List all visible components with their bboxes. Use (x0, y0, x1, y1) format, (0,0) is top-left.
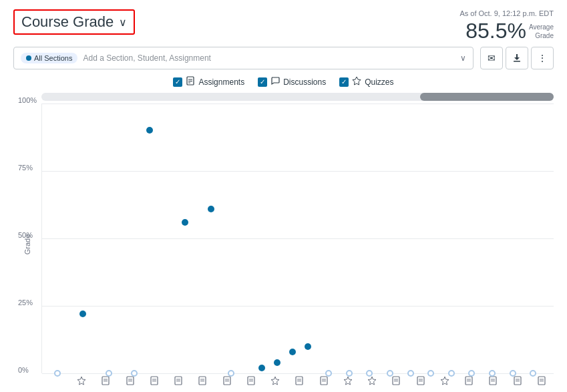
filter-chevron-icon: ∨ (460, 53, 466, 63)
bottom-icon-16 (457, 376, 481, 385)
chart-plot: 100% 75% 50% 25% 0% (41, 104, 554, 373)
bottom-icon-10 (312, 376, 336, 385)
bottom-icon-2 (118, 376, 142, 385)
hollow-point-15 (530, 370, 536, 377)
hollow-point-13 (489, 370, 496, 377)
hollow-point-9 (407, 370, 414, 377)
bottom-icon-1 (93, 376, 118, 385)
legend-item-assignments: ✓ Assignments (173, 76, 244, 87)
y-label-25: 25% (18, 299, 33, 307)
hollow-point-14 (510, 370, 516, 377)
y-axis-label-container: Grade (13, 104, 41, 385)
average-grade-label: AverageGrade (529, 23, 554, 40)
data-point-3 (182, 219, 188, 226)
bottom-icon-4 (166, 376, 190, 385)
all-sections-label: All Sections (34, 54, 72, 62)
hollow-point-2 (106, 370, 112, 377)
title-area[interactable]: Course Grade ∨ (13, 9, 135, 35)
filter-row: All Sections Add a Section, Student, Ass… (13, 47, 554, 69)
bottom-icon-15 (433, 376, 457, 385)
bottom-icon-6 (215, 376, 239, 385)
chart-inner: 100% 75% 50% 25% 0% (41, 104, 554, 385)
gridline-100: 100% (42, 104, 554, 104)
hollow-point-11 (448, 370, 455, 377)
gridline-75: 75% (42, 171, 554, 172)
average-grade-value: 85.5% (465, 20, 526, 41)
scrollbar-area (13, 93, 554, 101)
svg-rect-0 (514, 61, 520, 62)
data-point-6 (274, 359, 280, 366)
assignments-checkbox[interactable]: ✓ (173, 77, 182, 87)
bottom-icon-9 (287, 376, 311, 385)
header-right: As of Oct. 9, 12:12 p.m. EDT 85.5% Avera… (459, 9, 554, 41)
grade-display: 85.5% AverageGrade (459, 20, 554, 41)
badge-dot (26, 55, 31, 61)
bottom-icon-17 (481, 376, 505, 385)
filter-placeholder: Add a Section, Student, Assignment (83, 53, 460, 63)
y-label-75: 75% (18, 164, 33, 172)
filter-actions: ✉ ⋮ (480, 47, 554, 69)
data-point-8 (305, 343, 311, 350)
bottom-icons-row (41, 373, 554, 385)
legend-row: ✓ Assignments ✓ Discussions ✓ (13, 76, 554, 87)
page-container: Course Grade ∨ As of Oct. 9, 12:12 p.m. … (0, 0, 567, 392)
y-label-100: 100% (18, 96, 37, 104)
legend-item-quizzes: ✓ Quizzes (339, 76, 393, 87)
bottom-icon-13 (384, 376, 408, 385)
bottom-icon-0 (69, 376, 93, 385)
bottom-icon-7 (239, 376, 263, 385)
quizzes-icon (352, 76, 361, 87)
all-sections-badge: All Sections (21, 53, 77, 63)
discussions-label: Discussions (283, 77, 326, 87)
more-options-button[interactable]: ⋮ (531, 47, 554, 69)
data-point-7 (289, 349, 296, 355)
data-point-4 (208, 206, 214, 212)
gridline-25: 25% (42, 306, 554, 307)
as-of-text: As of Oct. 9, 12:12 p.m. EDT (459, 9, 554, 17)
quizzes-label: Quizzes (365, 77, 393, 87)
bottom-icon-19 (530, 376, 554, 385)
y-label-0: 0% (18, 366, 29, 374)
scrollbar-track[interactable] (41, 93, 554, 101)
quizzes-checkbox[interactable]: ✓ (339, 77, 349, 87)
assignments-icon (186, 76, 195, 87)
chevron-down-icon: ∨ (119, 16, 127, 29)
legend-item-discussions: ✓ Discussions (258, 76, 326, 87)
data-point-2 (146, 127, 153, 134)
discussions-icon (270, 76, 280, 87)
hollow-point-6 (346, 370, 353, 377)
page-title: Course Grade (21, 13, 114, 31)
hollow-point-7 (366, 370, 373, 377)
bottom-icon-3 (142, 376, 166, 385)
bottom-icon-14 (409, 376, 433, 385)
y-label-50: 50% (18, 231, 33, 239)
hollow-point-12 (468, 370, 475, 377)
download-icon (512, 53, 522, 63)
hollow-point-4 (228, 370, 234, 377)
hollow-point-10 (427, 370, 434, 377)
filter-input-area[interactable]: All Sections Add a Section, Student, Ass… (13, 47, 474, 69)
bottom-icon-5 (190, 376, 214, 385)
data-point-1 (79, 311, 86, 317)
hollow-point-3 (131, 370, 138, 377)
bottom-icon-12 (360, 376, 384, 385)
bottom-icon-18 (506, 376, 530, 385)
bottom-icon-8 (263, 376, 287, 385)
download-button[interactable] (506, 47, 528, 69)
header-row: Course Grade ∨ As of Oct. 9, 12:12 p.m. … (13, 9, 554, 41)
bottom-icon-11 (336, 376, 360, 385)
gridline-50: 50% (42, 238, 554, 239)
scrollbar-thumb (420, 93, 554, 101)
hollow-point-8 (387, 370, 393, 377)
hollow-point-5 (325, 370, 332, 377)
assignments-label: Assignments (198, 77, 244, 87)
email-button[interactable]: ✉ (480, 47, 503, 69)
data-point-5 (258, 365, 265, 371)
hollow-point-1 (54, 370, 61, 377)
chart-container: Grade 100% 75% 50% 25% 0% (13, 104, 554, 385)
gridline-0: 0% (42, 373, 554, 374)
discussions-checkbox[interactable]: ✓ (258, 77, 267, 87)
